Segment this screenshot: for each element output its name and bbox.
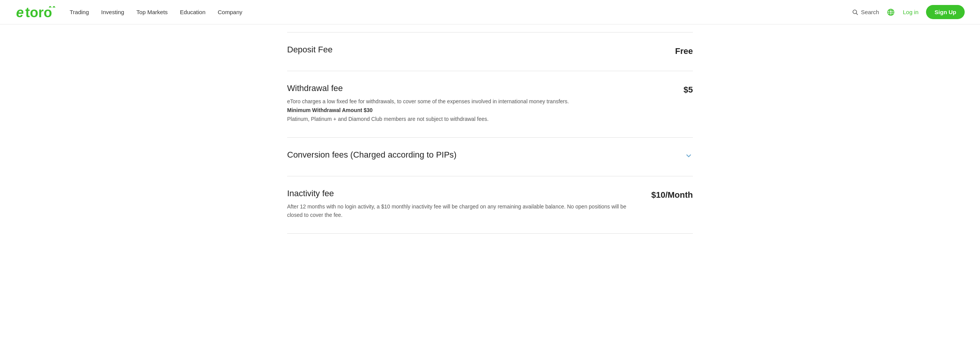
signup-button[interactable]: Sign Up <box>926 5 965 19</box>
nav-item-trading[interactable]: Trading <box>70 9 89 15</box>
fee-row-conversion[interactable]: Conversion fees (Charged according to PI… <box>287 138 693 176</box>
logo-svg: e toro <box>15 4 57 20</box>
fee-note-withdrawal: Platinum, Platinum + and Diamond Club me… <box>287 115 632 123</box>
fee-right-conversion <box>647 150 693 160</box>
fee-row-deposit: Deposit Fee Free <box>287 32 693 71</box>
svg-point-2 <box>853 10 857 14</box>
fee-left-conversion: Conversion fees (Charged according to PI… <box>287 150 632 164</box>
fee-right-deposit: Free <box>647 45 693 56</box>
nav-item-investing[interactable]: Investing <box>101 9 124 15</box>
svg-text:toro: toro <box>25 5 52 20</box>
fee-title-inactivity: Inactivity fee <box>287 189 632 199</box>
search-icon <box>852 9 859 16</box>
nav-item-company[interactable]: Company <box>218 9 242 15</box>
nav-item-top-markets[interactable]: Top Markets <box>136 9 168 15</box>
fee-description-inactivity: After 12 months with no login activity, … <box>287 202 632 220</box>
fee-left-inactivity: Inactivity fee After 12 months with no l… <box>287 189 632 221</box>
search-label: Search <box>861 9 879 15</box>
fee-value-withdrawal: $5 <box>684 85 693 95</box>
fee-title-deposit: Deposit Fee <box>287 45 632 55</box>
fee-title-withdrawal: Withdrawal fee <box>287 83 632 93</box>
fee-left-deposit: Deposit Fee <box>287 45 632 59</box>
fee-right-inactivity: $10/Month <box>647 189 693 200</box>
svg-line-3 <box>856 13 858 15</box>
fee-row-inactivity: Inactivity fee After 12 months with no l… <box>287 176 693 234</box>
logo[interactable]: e toro <box>15 4 57 20</box>
fee-title-conversion: Conversion fees (Charged according to PI… <box>287 150 632 160</box>
main-content: Deposit Fee Free Withdrawal fee eToro ch… <box>279 32 701 234</box>
nav-right: Search Log in Sign Up <box>852 5 965 19</box>
fee-left-withdrawal: Withdrawal fee eToro charges a low fixed… <box>287 83 632 125</box>
globe-icon[interactable] <box>887 8 895 16</box>
fee-row-withdrawal: Withdrawal fee eToro charges a low fixed… <box>287 71 693 138</box>
nav-links: Trading Investing Top Markets Education … <box>70 9 852 15</box>
search-container[interactable]: Search <box>852 9 879 16</box>
fee-value-deposit: Free <box>675 46 693 56</box>
nav-item-education[interactable]: Education <box>180 9 206 15</box>
fee-value-inactivity: $10/Month <box>651 190 693 200</box>
login-button[interactable]: Log in <box>903 9 918 15</box>
fee-right-withdrawal: $5 <box>647 83 693 95</box>
fee-note-bold-withdrawal: Minimum Withdrawal Amount $30 <box>287 107 632 113</box>
fee-description-withdrawal: eToro charges a low fixed fee for withdr… <box>287 97 632 106</box>
chevron-down-icon <box>684 151 693 160</box>
svg-text:e: e <box>16 5 24 20</box>
navbar: e toro Trading Investing Top Markets Edu… <box>0 0 980 24</box>
